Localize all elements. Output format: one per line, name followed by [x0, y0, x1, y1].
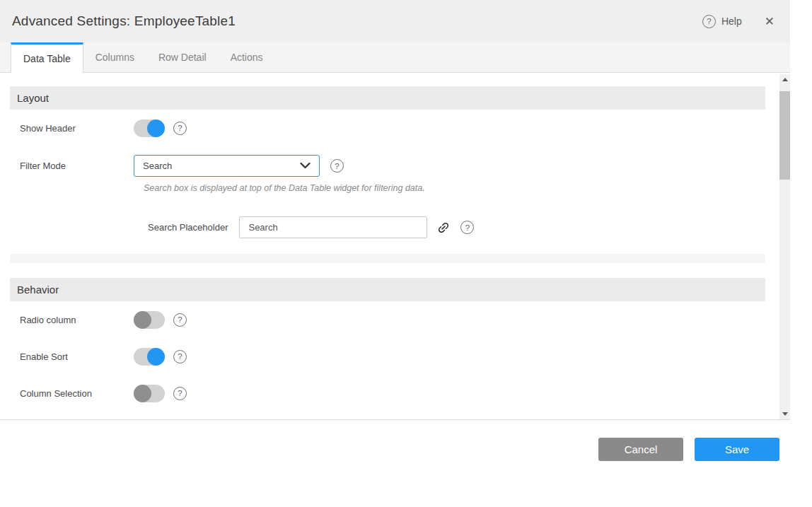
section-layout-title: Layout — [10, 86, 765, 110]
row-search-placeholder: Search Placeholder ? — [10, 216, 765, 238]
section-behavior: Behavior Radio column ? Enable Sort ? Co… — [10, 278, 765, 419]
enable-sort-label: Enable Sort — [10, 351, 134, 362]
toggle-knob — [147, 348, 165, 366]
scroll-down-button[interactable] — [779, 409, 790, 419]
show-header-help-icon[interactable]: ? — [173, 122, 187, 135]
tab-row-detail[interactable]: Row Detail — [146, 42, 219, 72]
enable-sort-help-icon[interactable]: ? — [173, 350, 187, 363]
radio-column-help-icon[interactable]: ? — [173, 313, 187, 327]
link-icon[interactable] — [434, 217, 453, 237]
filter-mode-value: Search — [143, 161, 300, 171]
advanced-settings-dialog: Advanced Settings: EmployeeTable1 ? Help… — [0, 0, 790, 461]
save-button[interactable]: Save — [695, 438, 779, 461]
section-spacer — [10, 412, 765, 419]
close-icon[interactable]: ✕ — [765, 16, 775, 28]
toggle-knob — [134, 385, 151, 402]
tab-bar: Data Table Columns Row Detail Actions — [0, 42, 790, 73]
dialog-footer: Cancel Save — [0, 420, 790, 461]
page: Advanced Settings: EmployeeTable1 ? Help… — [0, 0, 812, 507]
enable-sort-toggle[interactable] — [134, 348, 165, 366]
search-placeholder-input[interactable] — [239, 216, 427, 238]
help-label: Help — [721, 16, 742, 27]
dialog-header: Advanced Settings: EmployeeTable1 ? Help… — [0, 0, 790, 42]
scrollbar-thumb[interactable] — [779, 91, 790, 180]
toggle-knob — [134, 311, 151, 329]
tab-columns[interactable]: Columns — [83, 42, 146, 72]
dialog-title: Advanced Settings: EmployeeTable1 — [12, 13, 702, 29]
search-placeholder-help-icon[interactable]: ? — [460, 221, 474, 234]
section-behavior-title: Behavior — [10, 278, 765, 301]
scroll-up-button[interactable] — [779, 74, 790, 85]
column-selection-help-icon[interactable]: ? — [173, 387, 187, 400]
radio-column-label: Radio column — [10, 315, 134, 325]
toggle-knob — [147, 120, 165, 137]
filter-mode-help-icon[interactable]: ? — [330, 159, 344, 173]
radio-column-toggle[interactable] — [134, 311, 165, 329]
cancel-button[interactable]: Cancel — [598, 438, 683, 461]
settings-scroll-area: Layout Show Header ? Filter Mode Search … — [0, 73, 790, 419]
help-button[interactable]: ? Help — [702, 15, 742, 28]
tab-actions[interactable]: Actions — [219, 42, 275, 72]
row-enable-sort: Enable Sort ? — [10, 338, 765, 375]
chevron-down-icon — [300, 163, 311, 169]
row-column-selection: Column Selection ? — [10, 375, 765, 412]
row-show-header: Show Header ? — [10, 110, 765, 146]
filter-mode-label: Filter Mode — [10, 161, 134, 171]
tab-data-table[interactable]: Data Table — [11, 42, 83, 73]
column-selection-toggle[interactable] — [134, 385, 165, 402]
show-header-toggle[interactable] — [134, 120, 165, 137]
show-header-label: Show Header — [10, 123, 134, 134]
vertical-scrollbar[interactable] — [779, 74, 790, 419]
section-layout: Layout Show Header ? Filter Mode Search … — [10, 86, 765, 263]
scroll-up-icon — [782, 78, 788, 81]
row-radio-column: Radio column ? — [10, 301, 765, 338]
search-placeholder-label: Search Placeholder — [148, 222, 228, 233]
section-spacer — [10, 238, 765, 254]
scroll-down-icon — [782, 412, 788, 416]
row-filter-mode: Filter Mode Search ? — [10, 155, 765, 177]
column-selection-label: Column Selection — [10, 388, 134, 399]
filter-mode-select[interactable]: Search — [134, 155, 320, 177]
section-footer-strip — [10, 254, 765, 263]
help-icon: ? — [702, 15, 716, 28]
filter-mode-hint: Search box is displayed at top of the Da… — [144, 183, 765, 193]
